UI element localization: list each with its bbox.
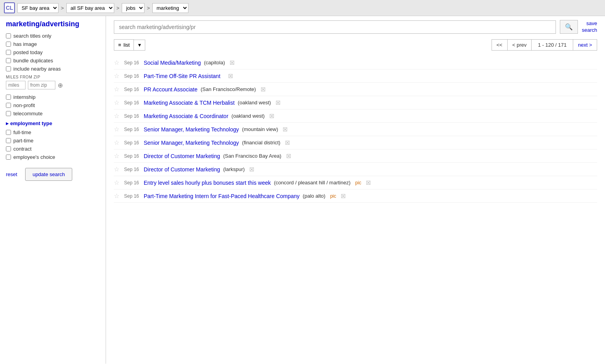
update-search-button[interactable]: update search	[25, 168, 72, 181]
close-listing-icon[interactable]: ☒	[283, 126, 288, 133]
search-input[interactable]	[114, 20, 556, 34]
listing-title[interactable]: Senior Manager, Marketing Technology	[144, 126, 239, 133]
arrow-3: >	[147, 5, 150, 11]
prev-page-button[interactable]: < prev	[508, 39, 532, 51]
star-icon[interactable]: ☆	[114, 139, 121, 146]
location-icon[interactable]: ⊕	[58, 82, 63, 89]
region-select[interactable]: SF bay area	[17, 3, 58, 13]
listing-title[interactable]: Director of Customer Marketing	[144, 166, 220, 173]
listing-location: (capitola)	[204, 60, 225, 66]
star-icon[interactable]: ☆	[114, 152, 121, 160]
has-image-checkbox[interactable]	[6, 42, 11, 47]
zip-input[interactable]	[28, 81, 55, 89]
star-icon[interactable]: ☆	[114, 192, 121, 200]
star-icon[interactable]: ☆	[114, 179, 121, 186]
close-listing-icon[interactable]: ☒	[286, 153, 291, 159]
sidebar: marketing/advertising search titles only…	[0, 16, 106, 364]
close-listing-icon[interactable]: ☒	[366, 180, 371, 186]
reset-link[interactable]: reset	[6, 171, 17, 177]
full-time-checkbox[interactable]	[6, 130, 11, 135]
telecommute-checkbox[interactable]	[6, 111, 11, 116]
listing-title[interactable]: Marketing Associate & TCM Herbalist	[144, 100, 235, 106]
listing-location: (larkspur)	[223, 166, 245, 172]
include-nearby-label[interactable]: include nearby areas	[13, 66, 61, 72]
content-area: 🔍 save search ≡ list ▼ << < prev 1	[106, 16, 605, 364]
search-titles-checkbox[interactable]	[6, 33, 11, 38]
close-listing-icon[interactable]: ☒	[276, 100, 281, 106]
close-listing-icon[interactable]: ☒	[269, 113, 274, 119]
non-profit-checkbox[interactable]	[6, 103, 11, 108]
employment-type-header[interactable]: ▸ employment type	[6, 120, 100, 126]
listings-container: ☆ Sep 16 Social Media/Marketing (capitol…	[114, 56, 597, 203]
category-group-select[interactable]: jobs	[122, 3, 144, 13]
arrow-1: >	[61, 5, 64, 11]
save-search-line2: search	[582, 27, 597, 33]
internship-label[interactable]: internship	[13, 94, 35, 100]
save-search-link[interactable]: save search	[582, 20, 597, 34]
employment-type-label: employment type	[10, 120, 52, 126]
contract-label[interactable]: contract	[13, 146, 31, 152]
close-listing-icon[interactable]: ☒	[230, 60, 235, 66]
extra-filters-section: internship non-profit telecommute	[6, 94, 100, 116]
full-time-label[interactable]: full-time	[13, 129, 31, 135]
part-time-checkbox[interactable]	[6, 138, 11, 143]
listing-title[interactable]: Director of Customer Marketing	[144, 153, 220, 159]
posted-today-label[interactable]: posted today	[13, 49, 42, 55]
internship-checkbox[interactable]	[6, 95, 11, 100]
listing-date: Sep 16	[124, 153, 141, 159]
dropdown-chevron-icon: ▼	[137, 42, 142, 48]
listing-date: Sep 16	[124, 180, 141, 186]
close-listing-icon[interactable]: ☒	[285, 140, 290, 146]
close-listing-icon[interactable]: ☒	[261, 86, 266, 93]
include-nearby-checkbox[interactable]	[6, 66, 11, 71]
posted-today-checkbox[interactable]	[6, 50, 11, 55]
has-image-label[interactable]: has image	[13, 41, 37, 47]
first-page-button[interactable]: <<	[492, 39, 508, 51]
search-button[interactable]: 🔍	[560, 20, 578, 34]
listing-row: ☆ Sep 16 Director of Customer Marketing …	[114, 149, 597, 163]
close-listing-icon[interactable]: ☒	[249, 166, 254, 173]
toolbar-row: ≡ list ▼ << < prev 1 - 120 / 171 next >	[114, 39, 597, 51]
view-dropdown-button[interactable]: ▼	[134, 40, 145, 51]
part-time-label[interactable]: part-time	[13, 138, 33, 144]
employees-choice-checkbox[interactable]	[6, 155, 11, 160]
listing-row: ☆ Sep 16 PR Account Associate (San Franc…	[114, 83, 597, 96]
telecommute-label[interactable]: telecommute	[13, 111, 42, 116]
listing-title[interactable]: PR Account Associate	[144, 86, 197, 93]
star-icon[interactable]: ☆	[114, 166, 121, 173]
subregion-select[interactable]: all SF bay area	[66, 3, 114, 13]
bundle-duplicates-checkbox[interactable]	[6, 58, 11, 63]
listing-date: Sep 16	[124, 60, 141, 66]
star-icon[interactable]: ☆	[114, 59, 121, 66]
view-select-wrap: ≡ list ▼	[114, 39, 145, 51]
star-icon[interactable]: ☆	[114, 126, 121, 133]
star-icon[interactable]: ☆	[114, 86, 121, 93]
filter-part-time: part-time	[6, 138, 100, 144]
bundle-duplicates-label[interactable]: bundle duplicates	[13, 58, 53, 64]
category-select[interactable]: marketing	[152, 3, 188, 13]
miles-input[interactable]	[6, 81, 26, 89]
next-page-button[interactable]: next >	[573, 39, 597, 51]
star-icon[interactable]: ☆	[114, 112, 121, 120]
star-icon[interactable]: ☆	[114, 99, 121, 106]
listing-title[interactable]: Social Media/Marketing	[144, 60, 201, 66]
listing-title[interactable]: Part-Time Marketing Intern for Fast-Pace…	[144, 193, 300, 199]
listing-title[interactable]: Entry level sales hourly plus bonuses st…	[144, 180, 271, 186]
main-layout: marketing/advertising search titles only…	[0, 16, 605, 364]
close-listing-icon[interactable]: ☒	[341, 193, 346, 199]
star-icon[interactable]: ☆	[114, 72, 121, 80]
employees-choice-label[interactable]: employee's choice	[13, 154, 55, 160]
close-listing-icon[interactable]: ☒	[228, 73, 233, 79]
non-profit-label[interactable]: non-profit	[13, 102, 35, 108]
listing-title[interactable]: Senior Manager, Marketing Technology	[144, 140, 239, 146]
listing-title[interactable]: Marketing Associate & Coordinator	[144, 113, 228, 119]
filter-non-profit: non-profit	[6, 102, 100, 108]
filter-full-time: full-time	[6, 129, 100, 135]
contract-checkbox[interactable]	[6, 146, 11, 151]
topbar: CL SF bay area > all SF bay area > jobs …	[0, 0, 605, 16]
search-titles-label[interactable]: search titles only	[13, 33, 51, 39]
listing-title[interactable]: Part-Time Off-Site PR Assistant	[144, 73, 220, 79]
listing-location: (palo alto)	[303, 193, 325, 199]
view-select-button[interactable]: ≡ list	[114, 39, 134, 51]
list-view-icon: ≡	[118, 42, 121, 48]
